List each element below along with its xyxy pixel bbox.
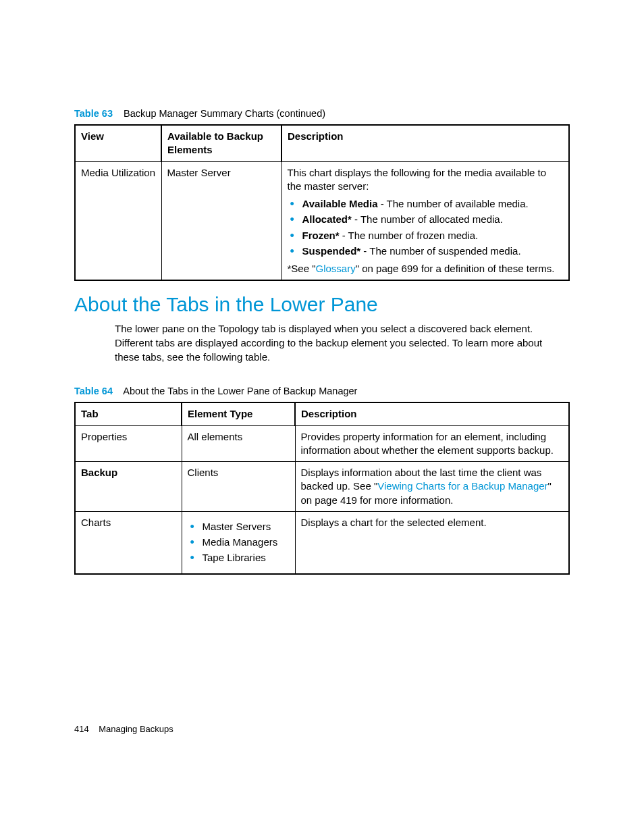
list-item: Master Servers xyxy=(188,520,290,533)
table64-header-row: Tab Element Type Description xyxy=(75,402,569,425)
table63-h2: Available to Backup Elements xyxy=(161,125,281,161)
table64-row: BackupClientsDisplays information about … xyxy=(75,462,569,512)
table64-caption-text: About the Tabs in the Lower Pane of Back… xyxy=(123,386,357,396)
table63-desc-list: Available Media - The number of availabl… xyxy=(288,197,564,258)
table63-desc-note: *See "Glossary" on page 699 for a defini… xyxy=(288,262,564,276)
table64-caption: Table 64 About the Tabs in the Lower Pan… xyxy=(74,386,570,396)
table63-label: Table 63 xyxy=(74,108,113,119)
table64-desc: Displays information about the last time… xyxy=(295,462,569,512)
table63-item-0: Available Media - The number of availabl… xyxy=(288,197,564,211)
page-number: 414 xyxy=(74,724,89,734)
table64-etype: All elements xyxy=(182,425,295,462)
table63-view: Media Utilization xyxy=(75,161,161,280)
table63-desc-intro: This chart displays the following for th… xyxy=(288,166,564,194)
page-footer: 414 Managing Backups xyxy=(74,724,173,734)
table64-tab: Backup xyxy=(75,462,182,512)
table63-h3: Description xyxy=(281,125,569,161)
table64-desc: Displays a chart for the selected elemen… xyxy=(295,511,569,573)
table64-h1: Tab xyxy=(75,402,182,425)
table64: Tab Element Type Description PropertiesA… xyxy=(74,402,570,574)
table64-tab: Properties xyxy=(75,425,182,462)
table64-tab: Charts xyxy=(75,511,182,573)
table64-desc: Provides property information for an ele… xyxy=(295,425,569,462)
table64-label: Table 64 xyxy=(74,386,113,396)
table64-row: ChartsMaster ServersMedia ManagersTape L… xyxy=(75,511,569,573)
cross-ref-link[interactable]: Viewing Charts for a Backup Manager xyxy=(377,480,547,492)
table63-desc: This chart displays the following for th… xyxy=(281,161,569,280)
table63-item-1: Allocated* - The number of allocated med… xyxy=(288,213,564,226)
table63-header-row: View Available to Backup Elements Descri… xyxy=(75,125,569,161)
table64-h2: Element Type xyxy=(182,402,295,425)
section-heading: About the Tabs in the Lower Pane xyxy=(74,293,570,316)
section-paragraph: The lower pane on the Topology tab is di… xyxy=(115,321,570,364)
list-item: Media Managers xyxy=(188,536,290,549)
table64-row: PropertiesAll elementsProvides property … xyxy=(75,425,569,462)
table63-caption-text: Backup Manager Summary Charts (continued… xyxy=(124,108,325,119)
table63-row: Media Utilization Master Server This cha… xyxy=(75,161,569,280)
footer-title: Managing Backups xyxy=(99,724,173,734)
document-page: Table 63 Backup Manager Summary Charts (… xyxy=(0,0,644,834)
table64-etype: Master ServersMedia ManagersTape Librari… xyxy=(182,511,295,573)
table63-item-3: Suspended* - The number of suspended med… xyxy=(288,244,564,258)
table64-etype-list: Master ServersMedia ManagersTape Librari… xyxy=(188,520,290,565)
table63-caption: Table 63 Backup Manager Summary Charts (… xyxy=(74,108,570,119)
table64-h3: Description xyxy=(295,402,569,425)
table64-etype: Clients xyxy=(182,462,295,512)
table63-h1: View xyxy=(75,125,161,161)
list-item: Tape Libraries xyxy=(188,551,290,565)
table63-item-2: Frozen* - The number of frozen media. xyxy=(288,229,564,242)
glossary-link[interactable]: Glossary xyxy=(316,263,356,274)
table63-elements: Master Server xyxy=(161,161,281,280)
table63: View Available to Backup Elements Descri… xyxy=(74,124,570,281)
